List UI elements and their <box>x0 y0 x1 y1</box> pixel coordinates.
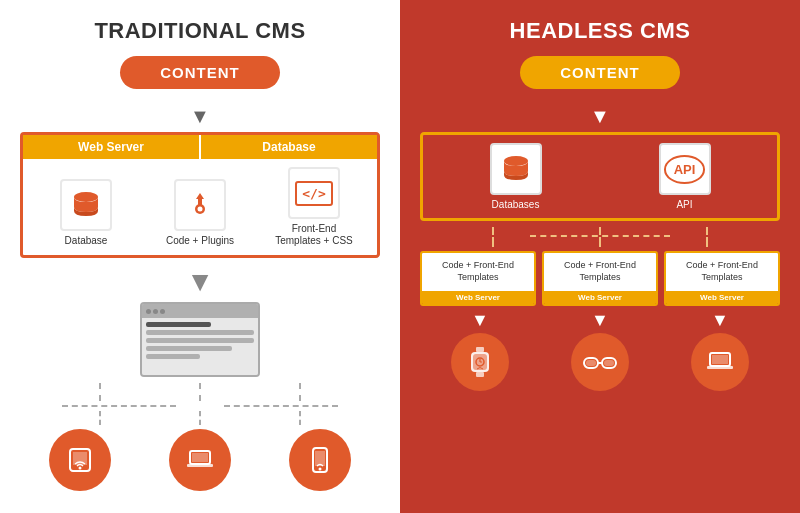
web-server-header: Web Server <box>23 135 201 159</box>
traditional-content-pill: CONTENT <box>120 56 280 89</box>
device-glasses <box>571 333 629 391</box>
dashed-line-left <box>99 383 101 401</box>
arrow-box-to-browser: ▼ <box>20 266 380 298</box>
code-brackets-icon: </> <box>295 181 332 206</box>
svg-point-6 <box>79 467 82 470</box>
device-watch <box>451 333 509 391</box>
headless-db-icon-box <box>490 143 542 195</box>
dashed-api-l2 <box>492 237 494 247</box>
device-laptop <box>169 429 231 491</box>
laptop-icon <box>185 446 215 474</box>
dashed-line-c2 <box>199 411 201 425</box>
trad-frontend-icon-box: </> <box>288 167 340 219</box>
arrow-content-to-box: ▼ <box>20 105 380 128</box>
webserver-row: Code + Front-End Templates Web Server Co… <box>420 251 780 306</box>
browser-dot-2 <box>153 309 158 314</box>
headless-api-label: API <box>676 199 692 210</box>
dashed-horiz-right <box>224 405 337 407</box>
arrow-to-device-1: ▼ <box>471 310 489 331</box>
trad-frontend-label: Front-End Templates + CSS <box>274 223 354 247</box>
headless-db-api-box: Databases API API <box>420 132 780 221</box>
svg-point-3 <box>198 207 203 212</box>
webserver-label-2: Web Server <box>544 291 656 304</box>
svg-point-13 <box>504 156 528 166</box>
api-badge-icon: API <box>664 155 706 184</box>
traditional-cms-panel: TRADITIONAL CMS CONTENT ▼ Web Server Dat… <box>0 0 400 513</box>
webserver-box-3: Code + Front-End Templates Web Server <box>664 251 780 306</box>
webserver-content-2: Code + Front-End Templates <box>544 253 656 291</box>
headless-database-icon <box>500 153 532 185</box>
webserver-content-3: Code + Front-End Templates <box>666 253 778 291</box>
arrows-to-devices: ▼ ▼ ▼ <box>420 310 780 331</box>
svg-point-12 <box>319 468 322 471</box>
traditional-cms-box: Web Server Database Database <box>20 132 380 258</box>
dashed-horiz-left <box>62 405 175 407</box>
svg-rect-8 <box>192 453 208 462</box>
plugin-icon <box>184 189 216 221</box>
browser-line-1 <box>146 322 211 327</box>
browser-dot-1 <box>146 309 151 314</box>
headless-api-item: API API <box>659 143 711 210</box>
device-laptop-2 <box>691 333 749 391</box>
svg-rect-25 <box>604 360 614 366</box>
glasses-icon <box>583 351 617 373</box>
svg-rect-14 <box>476 347 484 352</box>
database-icon <box>70 189 102 221</box>
dashed-api-center <box>599 227 601 235</box>
svg-point-0 <box>74 192 98 202</box>
dashed-line-center <box>199 383 201 401</box>
svg-marker-1 <box>196 193 204 205</box>
traditional-cms-title: TRADITIONAL CMS <box>20 18 380 44</box>
browser-dot-3 <box>160 309 165 314</box>
trad-box-header: Web Server Database <box>23 135 377 159</box>
browser-line-3 <box>146 338 254 343</box>
webserver-box-2: Code + Front-End Templates Web Server <box>542 251 658 306</box>
device-phone <box>289 429 351 491</box>
svg-rect-9 <box>187 464 213 467</box>
webserver-label-3: Web Server <box>666 291 778 304</box>
browser-bar <box>142 304 258 318</box>
webserver-content-1: Code + Front-End Templates <box>422 253 534 291</box>
svg-rect-24 <box>586 360 596 366</box>
trad-database-label: Database <box>65 235 108 247</box>
trad-plugin-item: Code + Plugins <box>160 179 240 247</box>
trad-database-icon-box <box>60 179 112 231</box>
dashed-api-c2 <box>599 237 601 247</box>
trad-icons-row: Database Code + Plugins </> <box>23 159 377 247</box>
watch-icon <box>467 347 493 377</box>
database-header: Database <box>201 135 377 159</box>
tablet-icon <box>66 446 94 474</box>
dashed-line-r2 <box>299 411 301 425</box>
headless-cms-panel: HEADLESS CMS CONTENT ▼ Databases API API <box>400 0 800 513</box>
headless-database-label: Databases <box>492 199 540 210</box>
trad-frontend-item: </> Front-End Templates + CSS <box>274 167 354 247</box>
dashed-api-r2 <box>706 237 708 247</box>
laptop-icon-2 <box>705 348 735 376</box>
phone-icon <box>310 446 330 474</box>
trad-plugin-icon-box <box>174 179 226 231</box>
browser-mockup <box>140 302 260 377</box>
dashed-api-right <box>706 227 708 235</box>
svg-rect-15 <box>476 372 484 377</box>
arrow-to-device-3: ▼ <box>711 310 729 331</box>
headless-database-item: Databases <box>490 143 542 210</box>
browser-line-2 <box>146 330 254 335</box>
arrow-to-device-2: ▼ <box>591 310 609 331</box>
headless-content-pill: CONTENT <box>520 56 680 89</box>
dashed-api-left <box>492 227 494 235</box>
webserver-label-1: Web Server <box>422 291 534 304</box>
headless-devices-row <box>420 333 780 391</box>
trad-plugin-label: Code + Plugins <box>166 235 234 247</box>
arrow-content-to-db: ▼ <box>420 105 780 128</box>
svg-rect-28 <box>707 366 733 369</box>
dashed-line-right <box>299 383 301 401</box>
browser-content-area <box>142 318 258 375</box>
device-tablet <box>49 429 111 491</box>
dashed-line-l2 <box>99 411 101 425</box>
trad-database-item: Database <box>46 179 126 247</box>
browser-line-5 <box>146 354 200 359</box>
traditional-devices-row <box>20 429 380 491</box>
svg-rect-27 <box>712 355 728 364</box>
headless-api-icon-box: API <box>659 143 711 195</box>
webserver-box-1: Code + Front-End Templates Web Server <box>420 251 536 306</box>
